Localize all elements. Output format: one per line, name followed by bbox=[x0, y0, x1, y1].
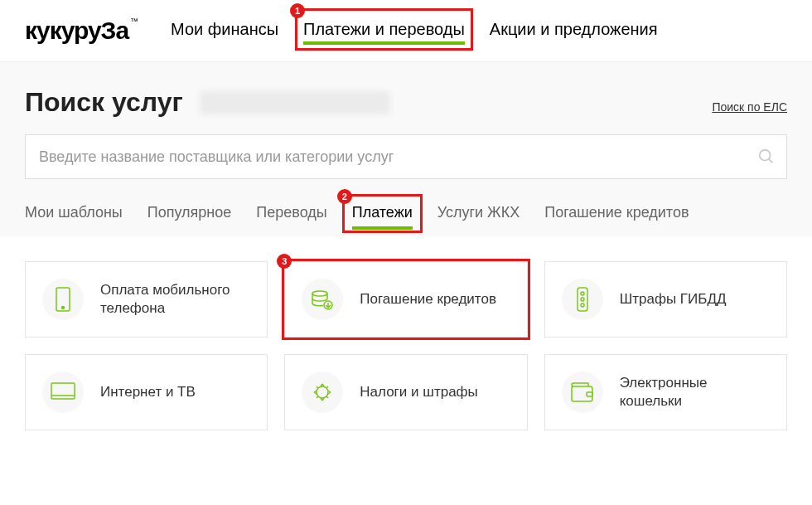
tab-templates[interactable]: Мои шаблоны bbox=[25, 204, 123, 228]
card-label: Интернет и ТВ bbox=[100, 383, 196, 401]
card-label: Оплата мобильного телефона bbox=[100, 281, 250, 318]
logo-text: кукуруЗа bbox=[25, 17, 128, 44]
card-taxes[interactable]: Налоги и штрафы bbox=[284, 354, 527, 430]
card-label: Погашение кредитов bbox=[360, 290, 496, 308]
els-search-link[interactable]: Поиск по ЕЛС bbox=[712, 100, 787, 114]
nav-finances[interactable]: Мои финансы bbox=[171, 20, 278, 42]
svg-line-1 bbox=[769, 159, 773, 163]
svg-point-12 bbox=[317, 386, 328, 398]
redacted-area bbox=[200, 91, 390, 114]
card-internet-tv[interactable]: Интернет и ТВ bbox=[25, 354, 268, 430]
category-grid: Оплата мобильного телефона Погашение кре… bbox=[25, 261, 787, 430]
category-tabs: Мои шаблоны Популярное Переводы Платежи … bbox=[25, 204, 787, 228]
svg-point-3 bbox=[62, 307, 65, 309]
nav-offers[interactable]: Акции и предложения bbox=[490, 20, 658, 42]
card-fines[interactable]: Штрафы ГИБДД bbox=[544, 261, 787, 337]
svg-rect-13 bbox=[587, 392, 592, 396]
search-input[interactable] bbox=[25, 134, 787, 179]
header: кукуруЗа™ Мои финансы Платежи и переводы… bbox=[0, 0, 812, 61]
card-credit-repayment[interactable]: Погашение кредитов bbox=[284, 261, 527, 337]
logo-tm: ™ bbox=[130, 17, 138, 26]
search-header: Поиск услуг Поиск по ЕЛС bbox=[25, 87, 787, 118]
card-label: Налоги и штрафы bbox=[360, 383, 477, 401]
nav-payments[interactable]: Платежи и переводы bbox=[303, 20, 465, 45]
content-area: Оплата мобильного телефона Погашение кре… bbox=[0, 236, 812, 455]
card-mobile-payment[interactable]: Оплата мобильного телефона bbox=[25, 261, 268, 337]
page-title: Поиск услуг bbox=[25, 87, 183, 118]
svg-point-7 bbox=[581, 292, 584, 295]
svg-point-4 bbox=[312, 291, 327, 296]
svg-point-8 bbox=[581, 298, 584, 301]
wallet-icon bbox=[562, 371, 603, 413]
main-section: Поиск услуг Поиск по ЕЛС Мои шаблоны Поп… bbox=[0, 61, 812, 236]
emblem-icon bbox=[302, 371, 343, 413]
phone-icon bbox=[42, 279, 84, 320]
main-nav: Мои финансы Платежи и переводы 1 Акции и… bbox=[171, 20, 658, 42]
svg-rect-10 bbox=[51, 383, 75, 399]
card-ewallets[interactable]: Электронные кошельки bbox=[544, 354, 787, 430]
svg-rect-6 bbox=[578, 288, 587, 311]
coins-icon bbox=[302, 279, 343, 320]
card-label: Штрафы ГИБДД bbox=[620, 290, 727, 308]
tab-payments[interactable]: Платежи bbox=[352, 204, 413, 228]
monitor-icon bbox=[42, 371, 84, 413]
tab-credit-repay[interactable]: Погашение кредитов bbox=[544, 204, 689, 228]
svg-point-0 bbox=[760, 150, 771, 161]
logo[interactable]: кукуруЗа™ bbox=[25, 17, 138, 45]
svg-point-9 bbox=[581, 303, 584, 307]
traffic-light-icon bbox=[562, 279, 603, 320]
search-icon[interactable] bbox=[757, 148, 776, 166]
tab-transfers[interactable]: Переводы bbox=[256, 204, 326, 228]
card-label: Электронные кошельки bbox=[620, 374, 770, 410]
tab-popular[interactable]: Популярное bbox=[147, 204, 232, 228]
search-box bbox=[25, 134, 787, 179]
tab-utilities[interactable]: Услуги ЖКХ bbox=[437, 204, 520, 228]
annotation-badge-1: 1 bbox=[290, 3, 305, 18]
annotation-badge-2: 2 bbox=[337, 189, 352, 204]
